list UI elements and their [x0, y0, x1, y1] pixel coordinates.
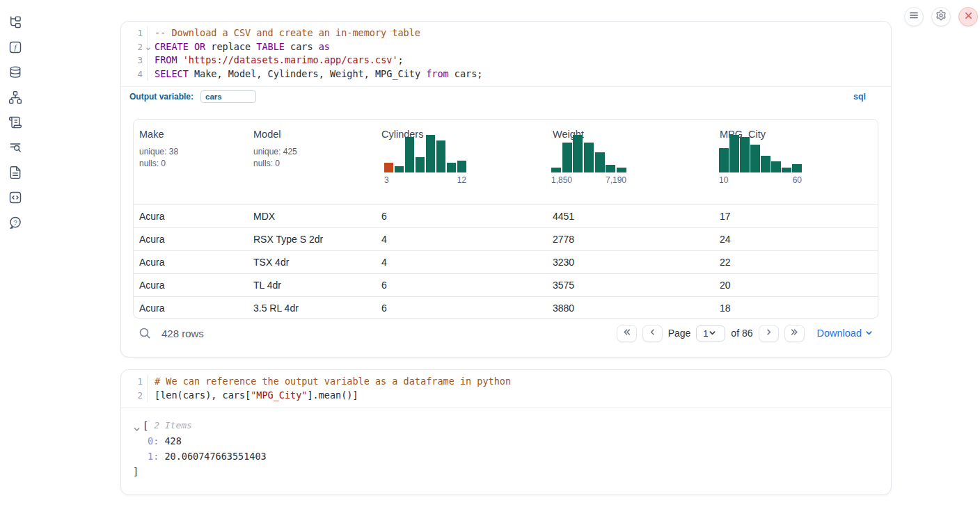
histogram-bars [719, 135, 802, 172]
functions-icon[interactable]: f [8, 40, 22, 54]
line-number: 2 [121, 389, 148, 403]
table-row[interactable]: AcuraMDX6445117 [134, 204, 878, 227]
output-variable-input[interactable] [200, 90, 256, 103]
chevron-down-icon [133, 422, 141, 430]
row-count-label: 428 rows [161, 328, 204, 339]
table-row[interactable]: AcuraTSX 4dr4323022 [134, 250, 878, 273]
file-tree-icon[interactable] [8, 15, 22, 29]
line-number: 4 [121, 67, 148, 81]
scratchpad-icon[interactable] [8, 115, 22, 129]
table-cell: Acura [134, 211, 248, 222]
tree-collapse-toggle[interactable]: [ 2 Items [133, 418, 891, 433]
histogram-bar[interactable] [551, 168, 561, 172]
logs-search-icon[interactable] [8, 140, 22, 154]
histogram-bar[interactable] [606, 165, 615, 172]
histogram-bar[interactable] [740, 137, 750, 172]
histogram-bar[interactable] [750, 145, 760, 172]
pagination: Page 1 of 86 [617, 325, 805, 342]
histogram-bar[interactable] [573, 135, 583, 172]
column-name: Model [253, 129, 373, 140]
histogram-bars [551, 135, 626, 172]
histogram-bar[interactable] [395, 166, 404, 172]
histogram-bar[interactable] [595, 152, 605, 172]
code-text: -- Download a CSV and create an in-memor… [148, 26, 420, 40]
table-body: AcuraMDX6445117AcuraRSX Type S 2dr427782… [134, 204, 878, 319]
histogram-bar[interactable] [729, 135, 739, 172]
svg-text:f: f [14, 43, 17, 51]
table-cell: Acura [134, 257, 248, 268]
language-badge: sql [853, 92, 866, 102]
column-header-model[interactable]: Modelunique: 425nulls: 0 [248, 120, 376, 204]
table-cell: Acura [134, 280, 248, 291]
column-stats: unique: 425nulls: 0 [253, 146, 373, 169]
histogram-bar[interactable] [792, 164, 802, 172]
dependency-graph-icon[interactable] [8, 90, 22, 104]
settings-gear-icon [935, 10, 947, 24]
documentation-icon[interactable] [8, 166, 22, 179]
histogram-bar[interactable] [761, 156, 770, 172]
tree-entry: 1: 20.060747663551403 [133, 449, 891, 464]
column-header-make[interactable]: Makeunique: 38nulls: 0 [134, 120, 248, 204]
code-text: CREATE OR replace TABLE cars as [148, 40, 330, 54]
column-header-weight[interactable]: Weight1,8507,190 [547, 120, 714, 204]
table-cell: 18 [714, 303, 878, 314]
histogram-bar[interactable] [447, 163, 456, 172]
table-row[interactable]: AcuraRSX Type S 2dr4277824 [134, 227, 878, 250]
histogram-bar[interactable] [436, 140, 445, 172]
histogram-bar[interactable] [457, 161, 466, 172]
histogram-bar[interactable] [584, 143, 594, 172]
histogram-axis-labels: 1,8507,190 [551, 175, 626, 185]
python-code-editor[interactable]: 1# We can reference the output variable … [121, 370, 891, 408]
first-page-button[interactable] [617, 325, 637, 342]
page-select[interactable]: 1 [696, 325, 725, 341]
shutdown-button[interactable] [958, 7, 978, 26]
histogram-bar[interactable] [426, 135, 435, 172]
python-cell: 1# We can reference the output variable … [120, 369, 892, 495]
code-line: 3FROM 'https://datasets.marimo.app/cars.… [121, 54, 891, 67]
histogram-bar[interactable] [771, 161, 781, 172]
column-header-mpg_city[interactable]: MPG_City1060 [714, 120, 878, 204]
page-total-label: of 86 [731, 328, 752, 339]
histogram-bar[interactable] [405, 137, 414, 172]
output-variable-label: Output variable: [129, 92, 193, 102]
search-icon[interactable] [139, 326, 152, 340]
settings-button[interactable] [931, 7, 951, 26]
table-cell: Acura [134, 234, 248, 245]
histogram-bar[interactable] [562, 143, 572, 172]
histogram-bar[interactable] [719, 148, 729, 172]
tree-entry-value: 20.060747663551403 [159, 451, 266, 462]
column-header-cylinders[interactable]: Cylinders312 [376, 120, 547, 204]
code-line: 2CREATE OR replace TABLE cars as [121, 40, 891, 54]
sql-code-editor[interactable]: 1-- Download a CSV and create an in-memo… [121, 22, 891, 86]
histogram-bar[interactable] [384, 163, 393, 172]
tree-entry-value: 428 [159, 435, 182, 446]
table-header-row: Makeunique: 38nulls: 0Modelunique: 425nu… [134, 120, 878, 204]
column-histogram: 1060 [719, 135, 802, 185]
next-page-button[interactable] [759, 325, 779, 342]
prev-page-button[interactable] [642, 325, 663, 342]
column-histogram: 312 [384, 135, 466, 185]
table-cell: 3880 [547, 303, 714, 314]
svg-text:?: ? [13, 219, 17, 226]
snippets-icon[interactable] [8, 191, 22, 204]
histogram-bar[interactable] [416, 157, 425, 172]
fold-chevron-icon[interactable] [145, 42, 152, 49]
download-button[interactable]: Download [817, 328, 874, 339]
last-page-button[interactable] [784, 325, 805, 342]
table-row[interactable]: Acura3.5 RL 4dr6388018 [134, 296, 878, 319]
table-row[interactable]: AcuraTL 4dr6357520 [134, 273, 878, 296]
table-cell: 3.5 RL 4dr [248, 303, 376, 314]
tree-entry-key: 0: [148, 435, 159, 446]
help-icon[interactable]: ? [8, 216, 22, 230]
notebook-menu-button[interactable] [904, 7, 924, 26]
table-cell: 6 [376, 280, 547, 291]
code-text: FROM 'https://datasets.marimo.app/cars.c… [148, 54, 404, 67]
table-cell: 4 [376, 257, 547, 268]
code-text: SELECT Make, Model, Cylinders, Weight, M… [148, 67, 482, 81]
tree-open-bracket: [ [143, 418, 148, 433]
datasources-icon[interactable] [8, 65, 22, 79]
page-select-value: 1 [703, 328, 708, 339]
histogram-axis-labels: 1060 [719, 175, 802, 185]
histogram-bar[interactable] [617, 168, 626, 172]
histogram-bar[interactable] [782, 168, 791, 172]
